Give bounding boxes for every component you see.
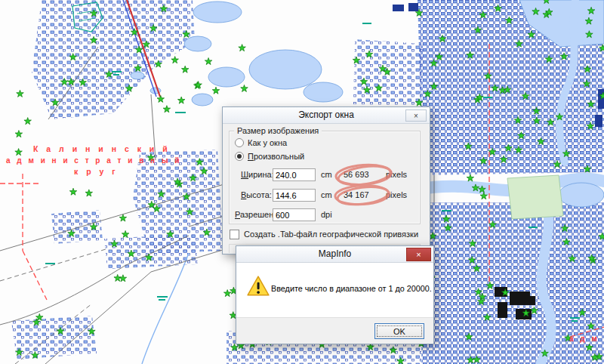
as-window-radio-label: Как у окна [248,137,287,148]
width-pixels-unit-label: pixels [386,168,407,181]
error-message: Введите число в диапазоне от 1 до 20000. [271,283,432,294]
width-unit-label: cm [321,168,332,181]
district-label-line3: к р у г [74,167,119,176]
error-dialog-title: MapInfo [236,246,433,262]
height-unit-label: cm [321,189,332,202]
close-icon: × [416,250,421,259]
error-dialog-titlebar[interactable]: MapInfo × [236,246,433,263]
mapinfo-error-dialog: MapInfo × Введите число в диапазоне от 1… [236,245,434,344]
radio-row-as-window: Как у окна [223,137,430,148]
custom-size-radio-label: Произвольный [248,151,304,162]
export-dialog-close-button[interactable]: × [405,110,427,122]
ok-button[interactable]: OK [374,323,424,339]
error-dialog-body: Введите число в диапазоне от 1 до 20000. [236,263,433,317]
export-window-dialog: Экспорт окна × Размер изображения Как у … [222,106,430,254]
resolution-row: Разрешение: dpi [223,208,430,221]
custom-size-radio[interactable] [235,152,244,161]
export-dialog-title: Экспорт окна [223,107,430,123]
district-label-bottom-right: а д м [569,335,599,343]
height-pixels-value: 34 167 [344,189,369,202]
tab-file-checkbox[interactable] [230,230,239,239]
warning-icon [247,276,270,297]
mapinfo-app-window: К а л и н и н с к и й а д м и н и с т р … [0,0,604,364]
image-size-group-label: Размер изображения [234,126,322,135]
resolution-unit-label: dpi [321,208,332,221]
height-row: Высота: cm 34 167 pixels [223,189,430,202]
district-label-line1: К а л и н и н с к и й [33,144,171,153]
close-icon: × [414,112,418,120]
tab-file-checkbox-label: Создать .Tab-файл географической привязк… [244,228,418,241]
park-area [507,175,563,219]
tab-file-row: Создать .Tab-файл географической привязк… [223,228,430,241]
height-pixels-unit-label: pixels [386,189,407,202]
district-label-line2: а д м и н и с т р а т и в н ы й [6,156,181,165]
export-dialog-titlebar[interactable]: Экспорт окна × [223,107,430,124]
radio-row-custom: Произвольный [223,151,430,162]
height-input[interactable] [273,189,316,202]
width-pixels-value: 56 693 [344,168,369,181]
width-input[interactable] [273,168,316,181]
as-window-radio[interactable] [235,138,244,147]
width-label: Ширина: [241,168,274,181]
error-dialog-footer: OK [236,317,433,344]
height-label: Высота: [241,189,272,202]
error-dialog-close-button[interactable]: × [406,248,431,261]
width-row: Ширина: cm 56 693 pixels [223,168,430,181]
resolution-input[interactable] [273,208,316,221]
